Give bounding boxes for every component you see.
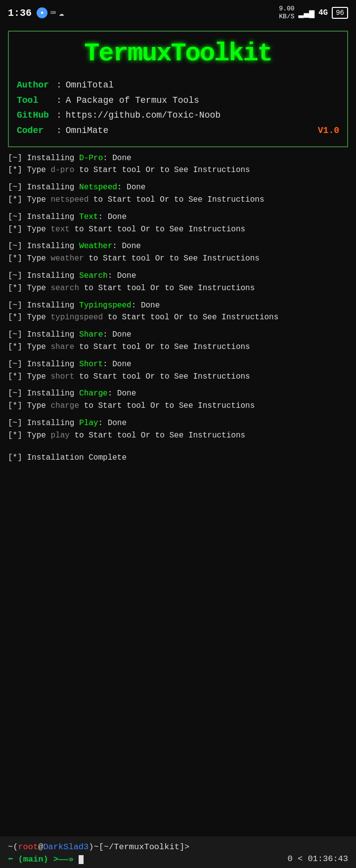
tool-name: Charge — [79, 389, 108, 398]
network-speed: 9.00KB/S — [279, 5, 294, 20]
github-label: GitHub — [17, 108, 56, 123]
battery-indicator: 96 — [332, 7, 348, 19]
tilde-bracket: [~] — [8, 360, 22, 369]
signal-bars: ▂▄▆ — [299, 7, 314, 18]
command-name: share — [50, 343, 74, 351]
tilde-bracket: [~] — [8, 330, 22, 339]
type-instruction-line: [*] Type d-pro to Start tool Or to See I… — [8, 164, 348, 176]
status-left: 1:36 ● ⌨ ☁ — [8, 7, 64, 19]
install-line: [~] Installing Share: Done — [8, 329, 348, 341]
install-line: [~] Installing Weather: Done — [8, 240, 348, 253]
git-branch: ⬅ (main) >——» — [8, 854, 84, 864]
terminal-body: [~] Installing D-Pro: Done[*] Type d-pro… — [8, 152, 348, 528]
star-bracket: [*] — [8, 225, 22, 234]
tilde-bracket: [~] — [8, 419, 22, 428]
status-time: 0 < 01:36:43 — [288, 854, 348, 864]
github-row: GitHub : https://github.com/Toxic-Noob — [17, 108, 339, 123]
install-block: [~] Installing Charge: Done[*] Type char… — [8, 388, 348, 412]
star-bracket: [*] — [8, 401, 22, 410]
install-block: [~] Installing Weather: Done[*] Type wea… — [8, 240, 348, 265]
install-block: [~] Installing Short: Done[*] Type short… — [8, 358, 348, 383]
type-instruction-line: [*] Type netspeed to Start tool Or to Se… — [8, 194, 348, 206]
status-icons: ● ⌨ ☁ — [37, 7, 64, 18]
status-bar: 1:36 ● ⌨ ☁ 9.00KB/S ▂▄▆ 4G 96 — [0, 0, 356, 26]
banner-box: TermuxToolkit Author : OmniTotal Tool : … — [8, 31, 348, 147]
install-line: [~] Installing Short: Done — [8, 358, 348, 371]
install-block: [~] Installing Search: Done[*] Type sear… — [8, 270, 348, 295]
author-label: Author — [17, 78, 56, 93]
cursor — [79, 855, 84, 864]
tilde-bracket: [~] — [8, 389, 22, 398]
star-bracket: [*] — [8, 343, 22, 351]
version-badge: V1.0 — [318, 123, 339, 138]
command-name: short — [50, 372, 74, 381]
command-name: text — [50, 225, 69, 234]
tool-name: Weather — [79, 242, 112, 251]
command-name: d-pro — [50, 166, 74, 174]
tool-name: Netspeed — [79, 183, 117, 192]
install-block: [~] Installing Typingspeed: Done[*] Type… — [8, 300, 348, 324]
cloud-icon: ☁ — [59, 7, 64, 18]
tool-name: D-Pro — [79, 154, 103, 163]
install-line: [~] Installing D-Pro: Done — [8, 152, 348, 165]
install-block: [~] Installing Text: Done[*] Type text t… — [8, 211, 348, 236]
star-bracket: [*] — [8, 453, 22, 462]
tilde-bracket: [~] — [8, 183, 22, 192]
type-instruction-line: [*] Type typingspeed to Start tool Or to… — [8, 311, 348, 324]
type-instruction-line: [*] Type search to Start tool Or to See … — [8, 282, 348, 295]
command-name: weather — [50, 254, 84, 263]
type-instruction-line: [*] Type weather to Start tool Or to See… — [8, 253, 348, 265]
tool-name: Typingspeed — [79, 301, 132, 310]
install-line: [~] Installing Netspeed: Done — [8, 181, 348, 194]
prompt-host: DarkSlad3 — [43, 842, 89, 852]
install-block: [~] Installing Netspeed: Done[*] Type ne… — [8, 181, 348, 206]
installation-complete-block: [*] Installation Complete — [8, 452, 348, 464]
type-instruction-line: [*] Type share to Start tool Or to See I… — [8, 341, 348, 353]
command-name: search — [50, 284, 79, 293]
prompt-line-1: ~(root@DarkSlad3)~[~/TermuxToolkit]> — [8, 840, 348, 854]
app-icon: ● — [37, 7, 47, 18]
author-row: Author : OmniTotal — [17, 78, 339, 93]
github-value: https://github.com/Toxic-Noob — [66, 108, 339, 123]
coder-row: Coder : OmniMate V1.0 — [17, 123, 339, 138]
installation-complete-line: [*] Installation Complete — [8, 452, 348, 464]
star-bracket: [*] — [8, 254, 22, 263]
tilde-bracket: [~] — [8, 242, 22, 251]
author-value: OmniTotal — [66, 78, 339, 93]
star-bracket: [*] — [8, 284, 22, 293]
tool-name: Search — [79, 271, 108, 280]
time-display: 1:36 — [8, 7, 32, 19]
tilde-bracket: [~] — [8, 301, 22, 310]
terminal-icon: ⌨ — [50, 7, 56, 18]
prompt-user: root — [18, 842, 38, 852]
type-instruction-line: [*] Type charge to Start tool Or to See … — [8, 400, 348, 412]
tilde-bracket: [~] — [8, 154, 22, 163]
type-instruction-line: [*] Type text to Start tool Or to See In… — [8, 223, 348, 236]
tilde-bracket: [~] — [8, 271, 22, 280]
install-line: [~] Installing Charge: Done — [8, 388, 348, 400]
type-instruction-line: [*] Type short to Start tool Or to See I… — [8, 371, 348, 383]
coder-value: OmniMate — [66, 123, 318, 138]
install-block: [~] Installing Play: Done[*] Type play t… — [8, 417, 348, 442]
command-name: play — [50, 431, 69, 440]
command-name: charge — [50, 401, 79, 410]
tool-name: Text — [79, 213, 98, 221]
tilde-bracket: [~] — [8, 213, 22, 221]
tool-name: Short — [79, 360, 103, 369]
bottom-row: ⬅ (main) >——» 0 < 01:36:43 — [8, 854, 348, 864]
install-block: [~] Installing Share: Done[*] Type share… — [8, 329, 348, 353]
star-bracket: [*] — [8, 372, 22, 381]
banner-title: TermuxToolkit — [17, 40, 339, 68]
install-line: [~] Installing Typingspeed: Done — [8, 300, 348, 312]
tool-value: A Package of Termux Tools — [66, 93, 339, 108]
bottom-bar: ~(root@DarkSlad3)~[~/TermuxToolkit]> ⬅ (… — [0, 836, 356, 868]
tool-name: Play — [79, 419, 98, 428]
install-block: [~] Installing D-Pro: Done[*] Type d-pro… — [8, 152, 348, 177]
network-type: 4G — [318, 8, 328, 17]
star-bracket: [*] — [8, 313, 22, 322]
install-line: [~] Installing Text: Done — [8, 211, 348, 223]
coder-label: Coder — [17, 123, 56, 138]
info-table: Author : OmniTotal Tool : A Package of T… — [17, 78, 339, 138]
star-bracket: [*] — [8, 166, 22, 174]
status-right: 9.00KB/S ▂▄▆ 4G 96 — [279, 5, 348, 20]
